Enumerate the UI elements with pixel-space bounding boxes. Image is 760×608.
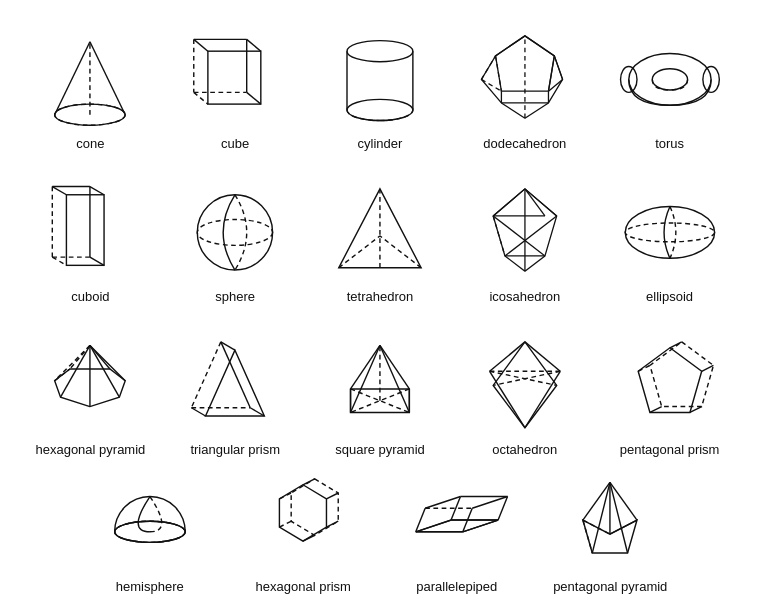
hemisphere-icon [95,473,205,573]
svg-line-22 [554,56,562,80]
pentagonal-pyramid-icon [555,473,665,573]
svg-point-14 [347,99,413,120]
shape-cube: cube [165,30,306,151]
svg-point-44 [198,219,273,245]
svg-line-41 [53,257,67,265]
shape-icosahedron: icosahedron [454,183,595,304]
svg-line-37 [90,257,104,265]
svg-line-111 [303,535,315,541]
shape-pentagonal-pyramid: pentagonal pyramid [536,473,686,594]
svg-line-6 [247,39,261,51]
square-pyramid-label: square pyramid [335,442,425,457]
hemisphere-label: hemisphere [116,579,184,594]
svg-point-43 [198,195,273,270]
shape-pentagonal-prism: pentagonal prism [599,336,740,457]
svg-line-52 [505,216,557,256]
pentagonal-pyramid-label: pentagonal pyramid [553,579,667,594]
sphere-icon [180,183,290,283]
svg-line-121 [472,497,507,509]
svg-rect-34 [67,195,105,266]
shape-torus: torus [599,30,740,151]
shape-hemisphere: hemisphere [75,473,225,594]
hexagonal-prism-icon [248,473,358,573]
svg-marker-96 [638,348,702,413]
shape-cylinder: cylinder [310,30,451,151]
cone-label: cone [76,136,104,151]
ellipsoid-label: ellipsoid [646,289,693,304]
dodecahedron-label: dodecahedron [483,136,566,151]
icosahedron-label: icosahedron [489,289,560,304]
triangular-prism-label: triangular prism [190,442,280,457]
svg-point-30 [628,54,710,106]
cone-icon [35,30,145,130]
ellipsoid-icon [615,183,725,283]
square-pyramid-icon [325,336,435,436]
svg-line-36 [90,187,104,195]
svg-line-94 [489,371,556,385]
svg-line-101 [650,407,662,413]
shape-ellipsoid: ellipsoid [599,183,740,304]
svg-line-5 [194,39,208,51]
cube-icon [180,30,290,130]
svg-line-7 [247,92,261,104]
svg-marker-18 [481,36,562,103]
svg-point-61 [625,223,714,242]
svg-line-59 [525,189,545,216]
cuboid-icon [35,183,145,283]
svg-line-98 [670,342,682,348]
svg-line-47 [339,236,380,268]
octahedron-label: octahedron [492,442,557,457]
hexagonal-prism-label: hexagonal prism [256,579,351,594]
hexagonal-pyramid-label: hexagonal pyramid [35,442,145,457]
parallelepiped-label: parallelepiped [416,579,497,594]
cuboid-label: cuboid [71,289,109,304]
svg-line-80 [380,345,409,389]
svg-line-48 [380,236,421,268]
svg-line-123 [416,520,451,532]
svg-marker-88 [493,342,557,428]
svg-line-11 [194,92,208,104]
shape-hexagonal-prism: hexagonal prism [229,473,379,594]
svg-line-53 [493,216,545,256]
svg-line-93 [493,371,560,385]
svg-line-67 [70,345,90,369]
svg-line-73 [192,408,206,416]
svg-rect-4 [208,51,261,104]
icosahedron-icon [470,183,580,283]
pentagonal-prism-label: pentagonal prism [620,442,720,457]
svg-line-79 [351,345,380,389]
svg-marker-97 [650,342,714,407]
shape-triangular-prism: triangular prism [165,336,306,457]
triangular-prism-icon [180,336,290,436]
svg-line-131 [610,482,628,553]
svg-line-35 [53,187,67,195]
svg-line-112 [280,521,292,527]
parallelepiped-icon [402,473,512,573]
svg-line-57 [525,189,557,216]
svg-point-60 [625,207,714,259]
svg-point-31 [652,69,687,90]
svg-line-23 [481,79,501,91]
shape-cuboid: cuboid [20,183,161,304]
shape-dodecahedron: dodecahedron [454,30,595,151]
shape-hexagonal-pyramid: hexagonal pyramid [20,336,161,457]
svg-line-109 [327,493,339,499]
octahedron-icon [470,336,580,436]
svg-line-75 [192,342,221,408]
shape-octahedron: octahedron [454,336,595,457]
svg-point-13 [347,41,413,62]
svg-line-117 [498,497,507,521]
hexagonal-pyramid-icon [35,336,145,436]
tetrahedron-label: tetrahedron [347,289,414,304]
cylinder-icon [325,30,435,130]
cylinder-label: cylinder [358,136,403,151]
svg-marker-114 [416,520,498,532]
shape-tetrahedron: tetrahedron [310,183,451,304]
svg-line-119 [425,497,460,509]
shape-parallelepiped: parallelepiped [382,473,532,594]
torus-label: torus [655,136,684,151]
svg-line-27 [501,103,525,118]
dodecahedron-icon [470,30,580,130]
sphere-label: sphere [215,289,255,304]
svg-line-132 [593,482,611,553]
